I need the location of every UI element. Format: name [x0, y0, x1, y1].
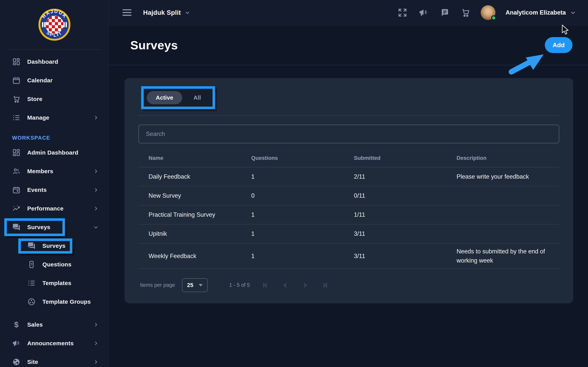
sidebar-item-admin-dashboard[interactable]: Admin Dashboard: [0, 143, 109, 162]
sidebar-item-dashboard[interactable]: Dashboard: [0, 52, 109, 71]
online-status-dot: [491, 15, 496, 20]
sidebar-item-label: Members: [27, 168, 53, 175]
cell-name: Upitnik: [148, 227, 251, 241]
club-logo: HAJDUK SPLIT: [8, 0, 101, 50]
chevron-down-icon: [570, 10, 576, 16]
sidebar-item-manage[interactable]: Manage: [0, 108, 109, 127]
previous-page-button[interactable]: [281, 281, 290, 290]
column-header-description: Description: [457, 155, 559, 161]
sidebar-item-surveys[interactable]: Surveys: [0, 218, 109, 236]
people-icon: [12, 167, 21, 175]
hajduk-split-crest-icon: HAJDUK SPLIT: [38, 8, 71, 41]
announcements-megaphone-icon[interactable]: [418, 8, 429, 18]
pagination-range: 1 - 5 of 5: [229, 282, 250, 288]
sidebar-item-performance[interactable]: Performance: [0, 199, 109, 218]
chevron-right-icon: [93, 359, 99, 365]
table-row[interactable]: Practical Training Survey 1 1/11: [138, 205, 559, 225]
calendar-icon: [12, 76, 21, 85]
cell-questions: 0: [251, 189, 354, 203]
dollar-icon: $: [12, 320, 21, 329]
sidebar-item-label: Surveys: [42, 242, 66, 249]
menu-toggle-button[interactable]: [122, 9, 131, 16]
sidebar-item-calendar[interactable]: Calendar: [0, 71, 109, 90]
table-row[interactable]: Upitnik 1 3/11: [138, 225, 559, 243]
svg-text:?: ?: [31, 263, 33, 267]
cell-submitted: 2/11: [354, 170, 457, 184]
sidebar-item-events[interactable]: Events: [0, 181, 109, 199]
cell-name: Practical Training Survey: [148, 208, 251, 222]
sidebar-item-label: Events: [27, 187, 47, 193]
sidebar-item-site[interactable]: Site: [0, 353, 109, 367]
chevron-right-icon: [93, 206, 99, 211]
first-page-button[interactable]: [261, 281, 270, 290]
tab-all[interactable]: All: [191, 91, 204, 104]
sidebar-item-label: Admin Dashboard: [27, 149, 78, 156]
sidebar-item-label: Store: [27, 96, 42, 102]
tab-active[interactable]: Active: [147, 91, 182, 104]
add-button[interactable]: Add: [545, 37, 572, 53]
sidebar-subitem-templates[interactable]: Templates: [0, 274, 109, 292]
cell-description: [457, 192, 552, 199]
column-header-name: Name: [148, 155, 251, 161]
cart-icon: [12, 95, 21, 103]
cell-description: Needs to submitted by the end of working…: [457, 243, 552, 268]
sidebar-item-sales[interactable]: $ Sales: [0, 315, 109, 334]
table-row[interactable]: Weekly Feedback 1 3/11 Needs to submitte…: [138, 243, 559, 269]
cart-icon[interactable]: [460, 8, 471, 18]
sidebar-subitem-questions[interactable]: ? Questions: [0, 255, 109, 274]
search-input[interactable]: [138, 125, 559, 143]
page-title: Surveys: [130, 38, 178, 52]
sidebar-item-label: Calendar: [27, 77, 53, 84]
last-page-button[interactable]: [321, 281, 329, 290]
chat-icon[interactable]: [440, 8, 450, 18]
team-switcher[interactable]: Hajduk Split: [143, 9, 190, 16]
cell-submitted: 0/11: [354, 189, 457, 203]
cell-description: Please write your feedback: [457, 169, 552, 185]
sidebar-item-label: Surveys: [27, 224, 50, 231]
sidebar-item-label: Performance: [27, 205, 64, 212]
cell-submitted: 3/11: [354, 249, 457, 263]
sidebar-item-store[interactable]: Store: [0, 90, 109, 108]
sidebar-item-label: Dashboard: [27, 58, 58, 65]
globe-icon: [12, 358, 21, 366]
user-name: Analyticom Elizabeta: [506, 9, 566, 16]
table-row[interactable]: Daily Feedback 1 2/11 Please write your …: [138, 167, 559, 186]
team-name: Hajduk Split: [143, 9, 181, 16]
fullscreen-icon[interactable]: [398, 8, 407, 18]
cell-description: [457, 230, 552, 237]
sidebar-item-label: Announcements: [27, 340, 74, 347]
sidebar-subitem-surveys[interactable]: Surveys: [0, 236, 109, 255]
trend-sparkle-icon: [12, 204, 21, 213]
sidebar-item-announcements[interactable]: Announcements: [0, 334, 109, 353]
cell-questions: 1: [251, 208, 354, 222]
cell-questions: 1: [251, 249, 354, 263]
user-menu[interactable]: Analyticom Elizabeta: [506, 9, 576, 16]
sidebar-item-label: Site: [27, 359, 38, 365]
column-header-submitted: Submitted: [354, 155, 457, 161]
chevron-right-icon: [93, 322, 99, 327]
user-avatar[interactable]: [481, 5, 495, 20]
cell-submitted: 3/11: [354, 227, 457, 241]
chevron-right-icon: [93, 341, 99, 346]
chevron-down-icon: [185, 10, 190, 15]
sidebar-subitem-template-groups[interactable]: Template Groups: [0, 292, 109, 311]
sidebar-item-label: Template Groups: [42, 299, 91, 305]
filter-tabs: Active All: [144, 89, 213, 107]
dashboard-icon: [12, 58, 21, 66]
list-icon: [27, 279, 36, 287]
cell-name: Daily Feedback: [148, 170, 251, 184]
surveys-card: Active All Name Questions Submitted Desc…: [124, 78, 573, 303]
next-page-button[interactable]: [301, 281, 309, 290]
chat-bubbles-icon: [27, 242, 36, 250]
table-row[interactable]: New Survey 0 0/11: [138, 186, 559, 205]
sidebar-item-label: Manage: [27, 114, 49, 121]
cell-name: New Survey: [148, 189, 251, 203]
sidebar-item-members[interactable]: Members: [0, 162, 109, 181]
items-per-page-label: Items per page: [140, 282, 175, 288]
page-header: Surveys Add: [109, 25, 588, 65]
workspace-section-label: WORKSPACE: [12, 135, 109, 141]
cell-description: [457, 211, 552, 218]
page-size-select[interactable]: 25: [182, 278, 208, 292]
chevron-right-icon: [93, 115, 99, 120]
group-dots-icon: [27, 298, 36, 306]
